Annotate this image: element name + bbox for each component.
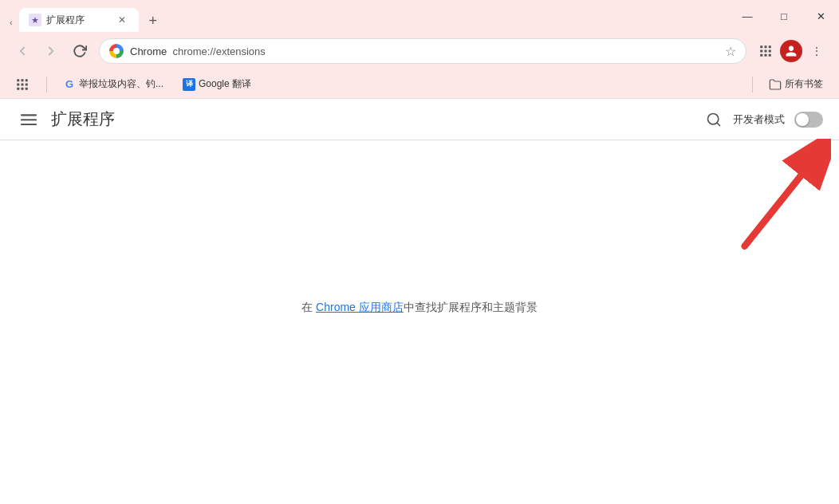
developer-mode-toggle[interactable]: [794, 112, 823, 128]
svg-rect-5: [760, 50, 762, 53]
tab-favicon-icon: ★: [29, 14, 41, 26]
empty-text-after: 中查找扩展程序和主题背景: [404, 301, 538, 313]
tab-close-button[interactable]: ✕: [115, 13, 129, 27]
svg-rect-11: [17, 79, 19, 81]
empty-state-message: 在 Chrome 应用商店中查找扩展程序和主题背景: [301, 301, 538, 315]
bookmark-translate-label: Google 翻译: [199, 77, 251, 91]
svg-rect-21: [21, 119, 37, 120]
empty-text-before: 在: [301, 301, 316, 313]
bookmark-star-icon[interactable]: ☆: [725, 45, 736, 58]
address-bar-right: ☆: [725, 44, 736, 59]
translate-favicon-icon: 译: [183, 78, 195, 91]
toolbar-right: ⋮: [753, 38, 829, 64]
page-content: 扩展程序 开发者模式 在 Chrome 应用商店中查找扩展程序和主题背景: [0, 99, 839, 475]
new-tab-button[interactable]: +: [142, 10, 164, 32]
svg-rect-16: [26, 83, 28, 85]
svg-rect-7: [769, 50, 771, 53]
forward-button[interactable]: [38, 38, 64, 64]
active-tab[interactable]: ★ 扩展程序 ✕: [19, 8, 139, 32]
browser-menu-button[interactable]: ⋮: [804, 38, 829, 64]
back-button[interactable]: [10, 38, 35, 64]
svg-rect-22: [21, 124, 37, 125]
chrome-store-link[interactable]: Chrome 应用商店: [316, 301, 404, 313]
maximize-button[interactable]: □: [766, 0, 802, 32]
apps-launcher-button[interactable]: [10, 72, 35, 97]
bookmark-item-report[interactable]: G 举报垃圾内容、钓...: [57, 74, 170, 94]
svg-text:★: ★: [31, 15, 39, 25]
all-bookmarks-label: 所有书签: [785, 77, 823, 91]
svg-rect-19: [26, 87, 28, 89]
svg-rect-6: [765, 50, 767, 53]
bookmark-report-label: 举报垃圾内容、钓...: [79, 77, 163, 91]
svg-rect-3: [765, 45, 767, 48]
reload-button[interactable]: [67, 38, 93, 64]
title-bar: ‹ ★ 扩展程序 ✕ + — □ ✕: [0, 0, 839, 32]
extensions-body: 在 Chrome 应用商店中查找扩展程序和主题背景: [0, 140, 839, 475]
svg-rect-18: [22, 87, 24, 89]
svg-rect-8: [760, 54, 762, 57]
sidebar-toggle-button[interactable]: [16, 107, 41, 132]
svg-rect-14: [17, 83, 19, 85]
tab-scroll-left[interactable]: ‹: [6, 16, 16, 29]
toolbar: Chrome chrome://extensions ☆: [0, 32, 839, 70]
bookmark-divider-right: [752, 77, 753, 93]
svg-rect-15: [22, 83, 24, 85]
page-title: 扩展程序: [51, 108, 701, 130]
svg-rect-4: [769, 45, 771, 48]
dev-mode-label: 开发者模式: [733, 112, 785, 127]
address-text: Chrome chrome://extensions: [130, 45, 266, 57]
all-bookmarks-button[interactable]: 所有书签: [762, 74, 829, 94]
window-controls: — □ ✕: [729, 0, 839, 32]
svg-rect-13: [26, 79, 28, 81]
bookmarks-bar: G 举报垃圾内容、钓... 译 Google 翻译 所有书签: [0, 70, 839, 99]
folder-icon: [769, 78, 782, 91]
address-url: chrome://extensions: [170, 45, 266, 57]
bookmark-item-translate[interactable]: 译 Google 翻译: [176, 74, 258, 94]
address-bar[interactable]: Chrome chrome://extensions ☆: [99, 38, 746, 64]
svg-rect-9: [765, 54, 767, 57]
address-chrome-label: Chrome: [130, 45, 167, 57]
header-right: 开发者模式: [701, 107, 823, 132]
svg-rect-20: [21, 114, 37, 116]
svg-rect-12: [22, 79, 24, 81]
minimize-button[interactable]: —: [729, 0, 766, 32]
svg-line-24: [717, 122, 720, 125]
google-g-icon: G: [63, 78, 76, 91]
svg-rect-17: [17, 87, 19, 89]
svg-rect-2: [760, 45, 762, 48]
profile-avatar-button[interactable]: [780, 40, 802, 62]
tab-title: 扩展程序: [46, 14, 110, 27]
svg-rect-10: [769, 54, 771, 57]
apps-grid-button[interactable]: [753, 38, 778, 64]
close-button[interactable]: ✕: [802, 0, 839, 32]
site-favicon: [109, 44, 124, 58]
extensions-header: 扩展程序 开发者模式: [0, 99, 839, 140]
search-extensions-button[interactable]: [701, 107, 727, 132]
bookmark-divider: [46, 77, 47, 93]
